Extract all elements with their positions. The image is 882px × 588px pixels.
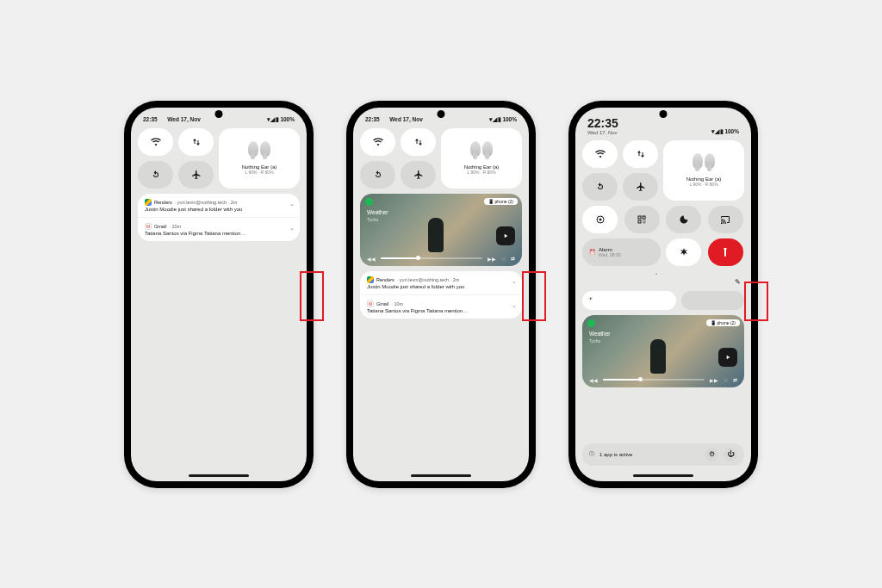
rotate-icon	[373, 170, 383, 180]
seek-bar[interactable]	[603, 379, 705, 381]
forward-icon[interactable]: ▶▶	[710, 377, 718, 383]
rotate-tile[interactable]	[360, 161, 395, 189]
airplane-icon	[636, 182, 646, 192]
notification-drive[interactable]: Renders· yuri.levin@nothing.tech · 2m Ju…	[138, 194, 300, 218]
qr-icon	[637, 214, 647, 225]
highlight-box	[300, 271, 324, 321]
cast-tile[interactable]	[708, 206, 743, 233]
spotify-icon	[587, 319, 595, 327]
quick-settings-row: Nothing Ear (a) L 90% · R 80%	[138, 128, 300, 189]
play-button[interactable]	[496, 226, 515, 245]
wifi-icon	[373, 137, 383, 147]
media-artist: Tycho	[367, 217, 378, 222]
nav-handle[interactable]	[633, 474, 693, 477]
album-art	[650, 339, 666, 374]
footer-bar: ⓘ 1 app is active ⚙ ⏻	[582, 443, 744, 466]
media-player-card[interactable]: 📱 phone (2) Weather Tycho ◀◀ ▶▶ ♡ ⇄	[582, 315, 744, 387]
power-icon: ⏻	[727, 450, 734, 458]
wifi-icon	[595, 149, 606, 159]
brightness-row: ☀	[582, 291, 744, 310]
flashlight-icon	[720, 247, 730, 257]
data-arrows-icon	[636, 149, 646, 159]
rewind-icon[interactable]: ◀◀	[367, 256, 376, 262]
gmail-icon: M	[145, 223, 152, 230]
airplane-tile[interactable]	[623, 173, 658, 201]
rotate-icon	[595, 182, 606, 192]
notification-drive[interactable]: Renders· yuri.levin@nothing.tech · 2m Ju…	[360, 271, 522, 295]
chevron-down-icon[interactable]: ⌄	[289, 201, 295, 207]
highlight-box	[744, 282, 768, 321]
shuffle-icon[interactable]: ⇄	[511, 256, 515, 262]
airplane-tile[interactable]	[178, 161, 214, 189]
phone-mockup-1: 22:35 Wed 17, Nov ▾◢▮100% Nothing Ear (a…	[124, 101, 314, 488]
rotate-tile[interactable]	[138, 161, 173, 189]
glyph-tile[interactable]	[666, 238, 701, 266]
earbuds-card[interactable]: Nothing Ear (a) L 90% · R 80%	[441, 128, 522, 189]
data-arrows-icon	[191, 137, 202, 147]
wifi-tile[interactable]	[582, 140, 618, 168]
notification-list: Renders· yuri.levin@nothing.tech · 2m Ju…	[138, 194, 300, 241]
notification-list: Renders· yuri.levin@nothing.tech · 2m Ju…	[360, 271, 522, 319]
target-icon	[595, 214, 606, 225]
data-tile[interactable]	[178, 128, 214, 156]
nav-handle[interactable]	[411, 474, 471, 477]
qr-tile[interactable]	[624, 206, 660, 233]
output-device-chip[interactable]: 📱 phone (2)	[484, 198, 518, 205]
edit-icon[interactable]: ✎	[735, 278, 741, 286]
notification-gmail[interactable]: MGmail· 10m Tatiana Santos via Figma Tat…	[360, 295, 522, 319]
play-button[interactable]	[718, 348, 737, 367]
wifi-tile[interactable]	[360, 128, 395, 156]
rotate-tile[interactable]	[582, 173, 618, 201]
moon-icon	[679, 214, 689, 225]
output-device-chip[interactable]: 📱 phone (2)	[706, 319, 740, 326]
phone-mockup-2: 22:35 Wed 17, Nov ▾◢▮100% Nothing Ear (a…	[346, 101, 536, 488]
forward-icon[interactable]: ▶▶	[488, 256, 496, 262]
play-icon	[502, 232, 509, 239]
power-button[interactable]: ⏻	[724, 448, 737, 461]
chevron-down-icon[interactable]: ⌄	[289, 225, 295, 232]
flashlight-tile[interactable]	[708, 238, 743, 266]
camera-cutout	[438, 110, 445, 118]
earbuds-icon	[465, 141, 498, 162]
gear-icon: ⚙	[709, 450, 715, 458]
spotify-icon	[365, 198, 373, 206]
rotate-icon	[151, 170, 161, 180]
earbuds-card[interactable]: Nothing Ear (a) L 90% · R 80%	[219, 128, 300, 189]
data-tile[interactable]	[401, 128, 436, 156]
camera-cutout	[660, 110, 668, 118]
focus-tile[interactable]	[582, 206, 618, 233]
wifi-tile[interactable]	[138, 128, 173, 156]
airplane-icon	[191, 170, 202, 180]
svg-point-1	[599, 218, 601, 220]
bedtime-tile[interactable]	[666, 206, 701, 233]
nav-handle[interactable]	[189, 474, 249, 477]
brightness-slider[interactable]: ☀	[582, 291, 676, 310]
media-controls: ◀◀ ▶▶ ♡ ⇄	[367, 256, 515, 262]
sun-icon: ☀	[588, 295, 593, 301]
shuffle-icon[interactable]: ⇄	[733, 377, 737, 383]
footer-text[interactable]: 1 app is active	[599, 452, 699, 457]
chevron-down-icon[interactable]: ⌄	[512, 302, 517, 309]
cast-icon	[720, 214, 730, 225]
alarm-tile[interactable]: ⏰ AlarmWed, 08:00	[582, 238, 661, 266]
gmail-icon: M	[367, 300, 374, 307]
airplane-tile[interactable]	[401, 161, 436, 189]
notification-gmail[interactable]: MGmail· 10m Tatiana Santos via Figma Tat…	[138, 218, 300, 241]
seek-bar[interactable]	[381, 257, 482, 259]
highlight-box	[522, 271, 546, 321]
quick-settings-row: Nothing Ear (a) L 90% · R 80%	[360, 128, 522, 189]
rewind-icon[interactable]: ◀◀	[589, 377, 598, 383]
heart-icon[interactable]: ♡	[724, 377, 728, 383]
drive-icon	[367, 276, 374, 283]
settings-button[interactable]: ⚙	[705, 448, 718, 461]
media-player-card[interactable]: 📱 phone (2) Weather Tycho ◀◀ ▶▶ ♡ ⇄	[360, 194, 522, 266]
earbuds-card[interactable]: Nothing Ear (a) L 90% · R 80%	[663, 140, 744, 201]
data-arrows-icon	[413, 137, 424, 147]
signal-icon: ▾◢	[267, 116, 275, 123]
airplane-icon	[413, 170, 424, 180]
chevron-down-icon[interactable]: ⌄	[512, 278, 517, 285]
data-tile[interactable]	[623, 140, 658, 168]
glyph-icon	[679, 247, 689, 257]
heart-icon[interactable]: ♡	[501, 256, 506, 262]
earbuds-icon	[243, 141, 276, 162]
